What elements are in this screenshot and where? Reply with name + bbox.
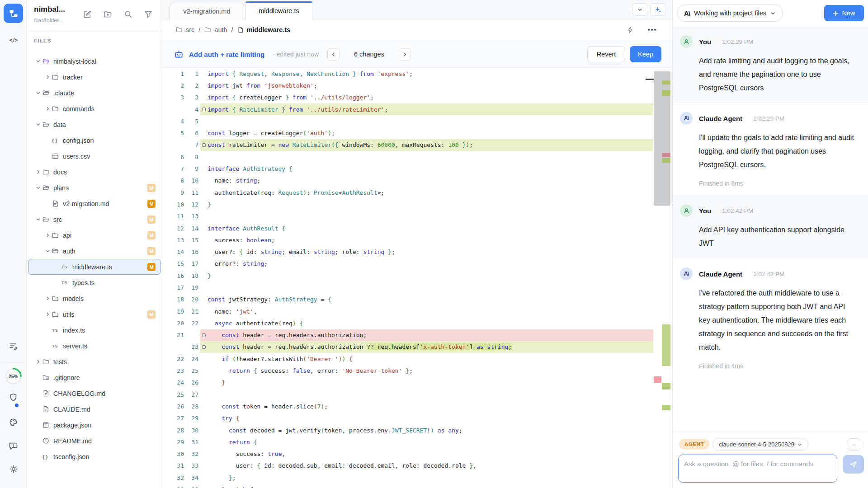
revert-button[interactable]: Revert xyxy=(587,46,625,62)
tree-item-claude-md[interactable]: CLAUDE.md xyxy=(28,401,160,417)
tree-item--claude[interactable]: .claude xyxy=(28,85,160,101)
compose-icon[interactable] xyxy=(83,10,92,19)
session-selector[interactable]: A\ Working with project files xyxy=(677,5,783,22)
chevron-right-icon[interactable] xyxy=(43,312,52,317)
change-marker[interactable] xyxy=(202,108,206,111)
explorer-header: nimbal... /var/folder... xyxy=(27,0,162,32)
chevron-right-icon[interactable] xyxy=(43,233,52,238)
feedback-icon[interactable] xyxy=(0,441,27,450)
chevron-right-icon[interactable] xyxy=(43,106,52,111)
settings-gear-icon[interactable] xyxy=(0,465,27,474)
send-button[interactable] xyxy=(843,455,864,474)
diff-overview-mark xyxy=(662,90,670,96)
tree-item-users-csv[interactable]: users.csv xyxy=(28,148,160,164)
collapse-composer-button[interactable]: -- xyxy=(847,438,861,450)
new-session-button[interactable]: New xyxy=(824,5,864,21)
doc-icon xyxy=(42,406,53,413)
notes-icon[interactable] xyxy=(0,342,27,351)
code-line: 3335 } catch { xyxy=(162,483,653,488)
chevron-down-icon[interactable] xyxy=(33,122,42,127)
tree-item-middleware-ts[interactable]: TSmiddleware.tsM xyxy=(28,259,160,275)
chevron-right-icon[interactable] xyxy=(43,75,52,80)
old-line-number: 1 xyxy=(162,70,184,77)
palette-icon[interactable] xyxy=(0,418,27,427)
usage-progress-ring[interactable]: 25% xyxy=(4,367,23,385)
tree-item-package-json[interactable]: package.json xyxy=(28,417,160,433)
chevron-down-icon[interactable] xyxy=(33,90,42,95)
code-editor[interactable]: 11import { Request, Response, NextFuncti… xyxy=(162,68,653,488)
tree-item-utils[interactable]: utilsM xyxy=(28,306,160,322)
old-line-number: 13 xyxy=(162,237,184,244)
chevron-down-icon[interactable] xyxy=(33,217,42,222)
tree-item-commands[interactable]: commands xyxy=(28,101,160,117)
new-line-number: 35 xyxy=(184,486,198,488)
tab-v2-migration[interactable]: v2-migration.md xyxy=(170,3,244,19)
change-marker[interactable] xyxy=(202,143,206,147)
tree-item-tracker[interactable]: tracker xyxy=(28,69,160,85)
chat-input[interactable] xyxy=(678,455,837,483)
shield-icon[interactable] xyxy=(0,393,27,402)
breadcrumb-folder[interactable]: src xyxy=(186,26,194,33)
old-line-number: 27 xyxy=(162,415,184,422)
tab-strip: v2-migration.md middleware.ts xyxy=(162,0,672,19)
new-folder-icon[interactable] xyxy=(104,10,112,19)
model-selector[interactable]: claude-sonnet-4-5-20250929 xyxy=(712,438,808,451)
chevron-down-icon[interactable] xyxy=(43,249,52,253)
tree-item-v2-migration-md[interactable]: v2-migration.mdM xyxy=(28,196,160,211)
new-line-number: 21 xyxy=(184,308,198,315)
code-line: 22import jwt from 'jsonwebtoken'; xyxy=(162,80,653,91)
previous-change-button[interactable] xyxy=(327,48,340,61)
file-explorer-panel: nimbal... /var/folder... FILES nimbalyst… xyxy=(27,0,162,488)
tree-item-config-json[interactable]: { }config.json xyxy=(28,132,160,148)
change-marker[interactable] xyxy=(202,333,206,337)
tree-item-types-ts[interactable]: TStypes.ts xyxy=(28,275,160,291)
message-status: Finished in 6ms xyxy=(699,180,861,187)
message-timestamp: 1:02:29 PM xyxy=(722,38,753,45)
folder-open-icon xyxy=(42,216,53,223)
filter-icon[interactable] xyxy=(144,10,152,19)
tab-middleware[interactable]: middleware.ts xyxy=(245,1,312,20)
new-line-number: 12 xyxy=(184,201,198,208)
code-line: 810 name: string; xyxy=(162,175,653,187)
chevron-right-icon[interactable] xyxy=(33,169,42,174)
new-line-number: 16 xyxy=(184,249,198,255)
tree-item-readme-md[interactable]: README.md xyxy=(28,433,160,449)
chevron-right-icon[interactable] xyxy=(33,359,42,364)
tree-item-plans[interactable]: plansM xyxy=(28,180,160,196)
code-line: 33import { createLogger } from '../utils… xyxy=(162,92,653,103)
tree-item--gitignore[interactable]: .gitignore xyxy=(28,370,160,385)
next-change-button[interactable] xyxy=(399,48,411,61)
tree-item-api[interactable]: apiM xyxy=(28,227,160,243)
scroll-position-marker xyxy=(646,79,654,80)
tree-item-server-ts[interactable]: TSserver.ts xyxy=(28,338,160,354)
tree-item-tsconfig-json[interactable]: { }tsconfig.json xyxy=(28,449,160,465)
code-panel-icon[interactable]: </> xyxy=(0,37,27,43)
modified-badge: M xyxy=(147,184,156,192)
tree-item-nimbalyst-local[interactable]: nimbalyst-local xyxy=(28,53,160,69)
quick-apply-icon[interactable] xyxy=(627,26,634,33)
tree-item-changelog-md[interactable]: CHANGELOG.md xyxy=(28,385,160,401)
tree-item-docs[interactable]: docs xyxy=(28,164,160,180)
tree-item-data[interactable]: data xyxy=(28,117,160,132)
keep-button[interactable]: Keep xyxy=(630,46,661,62)
chevron-down-icon[interactable] xyxy=(33,185,42,190)
more-options-icon[interactable]: ••• xyxy=(647,25,657,34)
app-logo-icon[interactable] xyxy=(4,4,23,23)
old-line-number: 4 xyxy=(162,118,184,125)
breadcrumb-folder[interactable]: auth xyxy=(214,26,227,33)
new-ai-tab-button[interactable] xyxy=(650,3,665,16)
file-label: README.md xyxy=(53,437,92,445)
tree-item-src[interactable]: srcM xyxy=(28,211,160,227)
search-icon[interactable] xyxy=(124,10,132,19)
message-text: Add rate limiting and audit logging to t… xyxy=(699,54,856,95)
change-marker[interactable] xyxy=(202,345,206,349)
code-line: 1214interface AuthResult { xyxy=(162,222,653,234)
tree-item-models[interactable]: models xyxy=(28,291,160,306)
tree-item-tests[interactable]: tests xyxy=(28,354,160,370)
chevron-down-icon[interactable] xyxy=(33,59,42,64)
change-set-title[interactable]: Add auth + rate limiting xyxy=(189,51,264,58)
tree-item-index-ts[interactable]: TSindex.ts xyxy=(28,322,160,338)
tab-list-dropdown-button[interactable] xyxy=(632,3,647,16)
chevron-right-icon[interactable] xyxy=(43,296,52,301)
tree-item-auth[interactable]: authM xyxy=(28,243,160,259)
